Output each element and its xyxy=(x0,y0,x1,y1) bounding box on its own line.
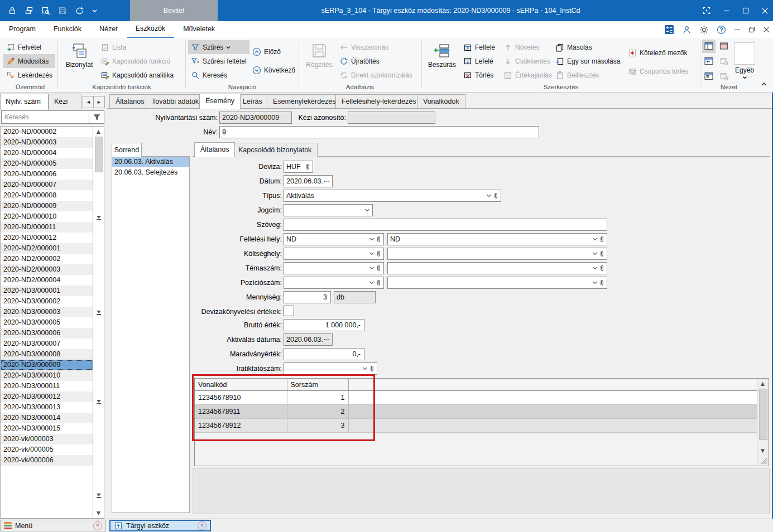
scroll-mark-icon[interactable] xyxy=(94,399,103,405)
taskbar-menu-button[interactable]: Menü ✕ xyxy=(0,520,106,531)
barcode-grid-row[interactable]: 12345678912 3 xyxy=(195,419,757,433)
subtab-kapcsolodo-bizonylatok[interactable]: Kapcsolódó bizonylatok xyxy=(232,143,318,157)
lefele-button[interactable]: Lefelé xyxy=(460,54,498,68)
asset-list-item[interactable]: 2020-ND/000006 xyxy=(1,169,93,180)
tab-esemenylekerdezes[interactable]: Eseménylekérdezés xyxy=(267,94,342,108)
asset-list-item[interactable]: 2020-ND/000008 xyxy=(1,190,93,201)
tab-altalanos[interactable]: Általános xyxy=(109,94,150,108)
asset-list-scrollbar[interactable]: ▲ ▼ xyxy=(93,126,104,519)
tab-tovabbi-adatok[interactable]: További adatok xyxy=(146,94,205,108)
koltseghely-combo-1[interactable] xyxy=(284,248,384,260)
menu-nezet[interactable]: Nézet xyxy=(90,21,127,38)
asset-list-item[interactable]: 2020-ND2/000003 xyxy=(1,264,93,275)
cell-vonalkod[interactable]: 12345678911 xyxy=(195,405,287,419)
nev-field[interactable]: 9 xyxy=(219,126,539,138)
kovetkezo-button[interactable]: Következő xyxy=(249,63,298,77)
koltseghely-combo-2[interactable] xyxy=(387,248,607,260)
iratiktatoszam-combo[interactable] xyxy=(284,362,377,375)
szures-button[interactable]: Szűrés xyxy=(188,40,249,54)
egy-sor-masolasa-button[interactable]: Egy sor másolása xyxy=(553,54,623,68)
left-tab-nyilv-szam[interactable]: Nyilv. szám xyxy=(0,94,49,110)
chevron-down-icon[interactable] xyxy=(369,252,375,255)
felvetel-button[interactable]: Felvétel xyxy=(3,40,55,54)
attachment-icon[interactable] xyxy=(369,365,375,373)
qat-dropdown-icon[interactable] xyxy=(92,9,97,13)
beszuras-button[interactable]: Beszúrás xyxy=(424,40,460,82)
barcode-grid-row[interactable]: 12345678911 2 xyxy=(195,405,757,419)
lekerdezes-button[interactable]: Lekérdezés xyxy=(3,68,55,82)
asset-list-item[interactable]: 2020-vk/000003 xyxy=(1,434,93,444)
date-picker-icon[interactable] xyxy=(324,180,330,182)
child-restore-icon[interactable] xyxy=(748,26,755,33)
grid-scroll-down-icon[interactable]: ▼ xyxy=(758,447,767,454)
attachment-icon[interactable] xyxy=(305,163,310,171)
tab-esemeny[interactable]: Esemény xyxy=(199,94,241,109)
cell-sorszam[interactable]: 1 xyxy=(287,391,348,405)
grid-scroll-up-icon[interactable]: ▲ xyxy=(758,380,767,388)
asset-list-item[interactable]: 2020-ND3/000015 xyxy=(1,423,93,434)
asset-list-item[interactable]: 2020-ND/000012 xyxy=(1,233,93,243)
minimize-icon[interactable] xyxy=(723,7,730,14)
temaszam-combo-2[interactable] xyxy=(387,262,607,274)
asset-list-item[interactable]: 2020-ND2/000002 xyxy=(1,254,93,264)
asset-list-item[interactable]: 2020-vk/000005 xyxy=(1,444,93,455)
close-icon[interactable] xyxy=(761,7,769,14)
pozicioszam-combo-1[interactable] xyxy=(284,277,384,289)
view-window-button[interactable] xyxy=(717,40,731,53)
attachment-icon[interactable] xyxy=(599,235,604,244)
chevron-down-icon[interactable] xyxy=(592,267,598,270)
cell-empty[interactable] xyxy=(348,419,373,433)
chevron-down-icon[interactable] xyxy=(592,281,598,284)
asset-list-item[interactable]: 2020-ND/000009 xyxy=(1,201,93,211)
torles-button[interactable]: Törlés xyxy=(460,68,498,82)
devizakonyvelesi-checkbox[interactable] xyxy=(284,306,294,316)
subtab-altalanos[interactable]: Általános xyxy=(194,142,235,157)
grid-scrollbar-thumb[interactable] xyxy=(759,389,767,440)
asset-list-item[interactable]: 2020-ND3/000005 xyxy=(1,317,93,328)
datum-field[interactable]: 2020.06.03. xyxy=(284,175,333,187)
asset-list-item[interactable]: 2020-ND2/000004 xyxy=(1,275,93,286)
settings-gear-icon[interactable] xyxy=(699,25,709,35)
masolas-button[interactable]: Másolás xyxy=(553,40,623,54)
fellelesi-hely-combo-2[interactable]: ND xyxy=(387,233,607,245)
asset-list-item[interactable]: 2020-ND3/000011 xyxy=(1,381,93,391)
sorrend-tab[interactable]: Sorrend xyxy=(112,143,142,157)
kapcsolodo-analitika-button[interactable]: Kapcsolódó analitika xyxy=(98,68,176,82)
view-list-button[interactable] xyxy=(702,70,716,83)
attachment-icon[interactable] xyxy=(599,264,604,273)
asset-list-item[interactable]: 2020-ND/000007 xyxy=(1,180,93,190)
lock-icon[interactable] xyxy=(8,6,17,15)
tab-scroll-right-button[interactable]: ► xyxy=(93,96,105,108)
scroll-mark-icon[interactable] xyxy=(94,492,103,499)
asset-list-item[interactable]: 2020-ND3/000006 xyxy=(1,328,93,338)
search-filter-button[interactable] xyxy=(89,110,104,124)
tab-leiras[interactable]: Leírás xyxy=(237,94,268,108)
chevron-down-icon[interactable] xyxy=(362,367,368,370)
elozo-button[interactable]: Előző xyxy=(249,45,298,59)
left-tab-kezi-az[interactable]: Kézi az. xyxy=(49,94,81,109)
child-close-icon[interactable] xyxy=(763,26,770,33)
attachment-icon[interactable] xyxy=(376,279,381,287)
cell-empty[interactable] xyxy=(348,405,373,419)
deviza-field[interactable]: HUF xyxy=(284,161,313,173)
chevron-down-icon[interactable] xyxy=(364,209,370,212)
grid-header-vonalkod[interactable]: Vonalkód xyxy=(195,379,287,391)
scroll-up-icon[interactable]: ▲ xyxy=(94,128,103,136)
sorrend-item[interactable]: 20.06.03. Selejtezés xyxy=(112,167,189,178)
view-collapse-button[interactable] xyxy=(702,55,716,68)
menu-program[interactable]: Program xyxy=(0,21,45,38)
chevron-down-icon[interactable] xyxy=(592,252,598,255)
scroll-mark-icon[interactable] xyxy=(94,215,103,221)
asset-list-item[interactable]: 2020-ND2/000001 xyxy=(1,243,93,254)
cell-sorszam[interactable]: 2 xyxy=(287,405,348,419)
scroll-mark-icon[interactable] xyxy=(94,309,103,316)
menu-eszkozok[interactable]: Eszközök xyxy=(127,21,175,39)
cell-filler[interactable] xyxy=(373,391,757,405)
asset-list-item[interactable]: 2020-vk/000006 xyxy=(1,455,93,466)
scroll-down-icon[interactable]: ▼ xyxy=(94,509,103,517)
chevron-down-icon[interactable] xyxy=(486,194,492,197)
ujratoltes-button[interactable]: Újratöltés xyxy=(337,54,415,68)
menu-funkciok[interactable]: Funkciók xyxy=(45,21,90,38)
asset-list-item[interactable]: 2020-ND3/000002 xyxy=(1,296,93,307)
asset-list-item[interactable]: 2020-ND3/000003 xyxy=(1,307,93,317)
